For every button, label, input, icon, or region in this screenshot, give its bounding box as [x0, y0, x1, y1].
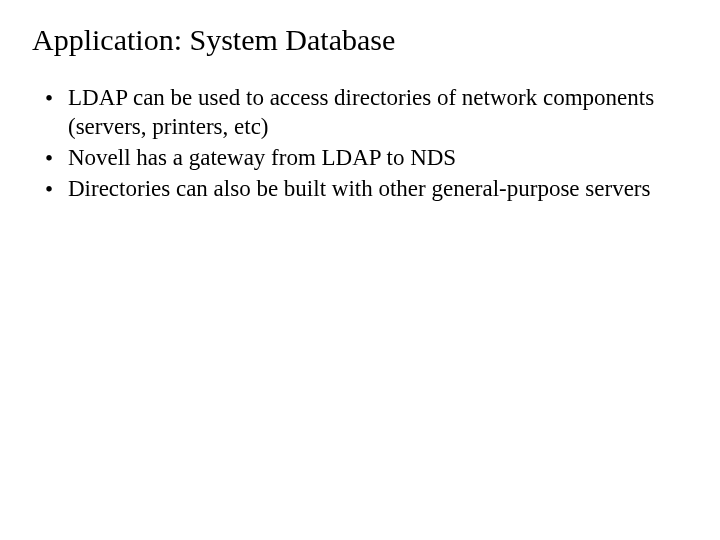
bullet-text: LDAP can be used to access directories o… — [68, 84, 690, 142]
bullet-list: • LDAP can be used to access directories… — [30, 84, 690, 205]
bullet-text: Novell has a gateway from LDAP to NDS — [68, 144, 690, 173]
bullet-icon: • — [30, 175, 68, 205]
slide-title: Application: System Database — [32, 22, 690, 58]
bullet-text: Directories can also be built with other… — [68, 175, 690, 204]
bullet-icon: • — [30, 84, 68, 114]
bullet-icon: • — [30, 144, 68, 174]
list-item: • Directories can also be built with oth… — [30, 175, 690, 205]
slide: Application: System Database • LDAP can … — [0, 0, 720, 540]
list-item: • Novell has a gateway from LDAP to NDS — [30, 144, 690, 174]
list-item: • LDAP can be used to access directories… — [30, 84, 690, 142]
